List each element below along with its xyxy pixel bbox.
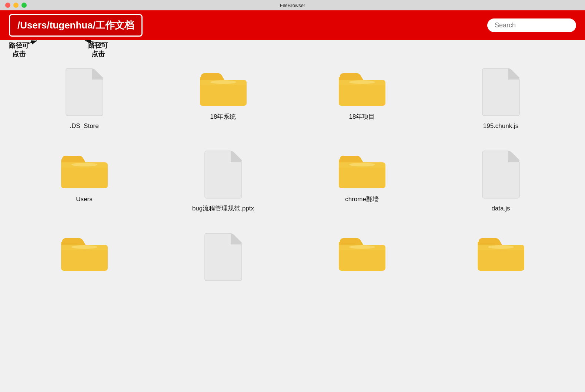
- svg-line-1: [28, 41, 37, 44]
- traffic-lights: [5, 3, 27, 8]
- svg-point-3: [210, 80, 236, 84]
- folder-icon: [338, 232, 386, 274]
- folder-icon: [60, 232, 108, 274]
- file-label: .DS_Store: [70, 122, 98, 131]
- file-item[interactable]: 195.chunk.js: [431, 59, 570, 134]
- svg-point-8: [349, 245, 375, 249]
- file-icon: [64, 67, 105, 118]
- path-display[interactable]: /Users/tugenhua/工作文档: [9, 14, 143, 37]
- main-content: .DS_Store 18年系统 18年项目 195.chunk.js Users: [0, 59, 585, 392]
- annotation-row: 路径可点击 路径可点击: [0, 40, 585, 59]
- file-item[interactable]: chrome翻墙: [292, 142, 431, 217]
- file-item[interactable]: .DS_Store: [15, 59, 154, 134]
- file-item[interactable]: [154, 224, 292, 290]
- file-label: 195.chunk.js: [483, 122, 518, 131]
- file-icon: [203, 149, 244, 200]
- file-item[interactable]: data.js: [431, 142, 570, 217]
- minimize-button[interactable]: [13, 3, 19, 8]
- folder-icon: [477, 232, 525, 274]
- file-item[interactable]: Users: [15, 142, 154, 217]
- file-item[interactable]: [292, 224, 431, 290]
- search-input[interactable]: [487, 18, 576, 32]
- search-wrap: [487, 18, 576, 32]
- file-item[interactable]: [431, 224, 570, 290]
- annotation-mid: 路径可点击: [88, 41, 108, 59]
- svg-point-9: [488, 245, 514, 249]
- file-label: bug流程管理规范.pptx: [192, 204, 254, 213]
- svg-point-6: [349, 163, 375, 166]
- annotation-left: 路径可点击: [9, 41, 29, 59]
- file-grid: .DS_Store 18年系统 18年项目 195.chunk.js Users: [15, 59, 570, 290]
- folder-icon: [338, 67, 386, 109]
- file-item[interactable]: 18年系统: [154, 59, 292, 134]
- maximize-button[interactable]: [21, 3, 27, 8]
- svg-point-5: [71, 163, 97, 166]
- title-bar: FileBrowser: [0, 0, 585, 10]
- file-label: Users: [76, 195, 92, 204]
- svg-point-7: [71, 245, 97, 249]
- svg-point-4: [349, 80, 375, 84]
- toolbar: /Users/tugenhua/工作文档: [0, 10, 585, 40]
- file-icon: [203, 232, 244, 283]
- window-title: FileBrowser: [280, 3, 305, 8]
- file-label: data.js: [491, 204, 510, 213]
- file-icon: [481, 149, 521, 200]
- file-item[interactable]: [15, 224, 154, 290]
- file-item[interactable]: bug流程管理规范.pptx: [154, 142, 292, 217]
- folder-icon: [199, 67, 247, 109]
- close-button[interactable]: [5, 3, 10, 8]
- file-icon: [481, 67, 521, 118]
- file-label: 18年系统: [210, 112, 236, 121]
- file-label: 18年项目: [349, 112, 375, 121]
- folder-icon: [60, 149, 108, 191]
- file-label: chrome翻墙: [345, 195, 379, 204]
- file-item[interactable]: 18年项目: [292, 59, 431, 134]
- folder-icon: [338, 149, 386, 191]
